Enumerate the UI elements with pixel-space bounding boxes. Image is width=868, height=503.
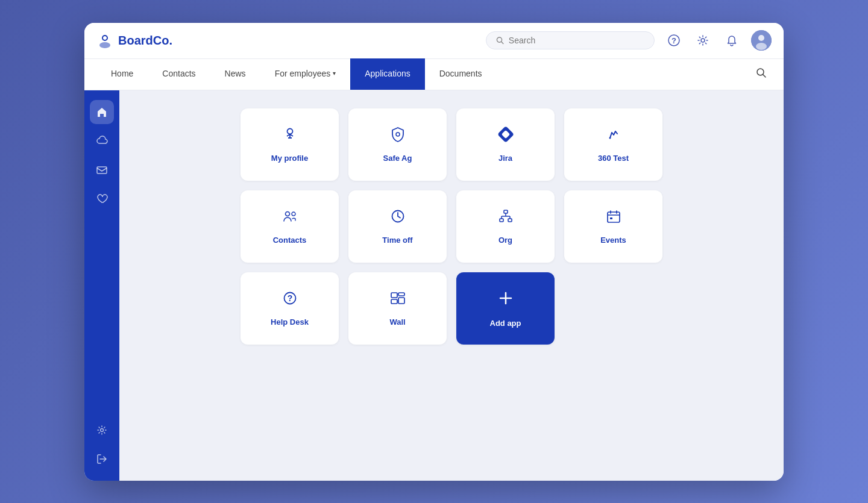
help-desk-app[interactable]: ? Help Desk <box>241 272 339 345</box>
apps-grid: My profile Safe Ag <box>241 108 662 345</box>
svg-point-15 <box>287 129 292 134</box>
svg-rect-43 <box>398 298 404 304</box>
content-area: My profile Safe Ag <box>119 90 784 481</box>
add-app-icon <box>497 289 515 311</box>
sidebar-top <box>90 100 114 413</box>
svg-point-24 <box>285 212 289 216</box>
avatar[interactable] <box>751 30 772 51</box>
svg-point-14 <box>101 428 104 431</box>
jira-icon <box>497 126 514 146</box>
nav-news[interactable]: News <box>210 58 260 90</box>
logo-icon <box>96 32 113 49</box>
contacts-app[interactable]: Contacts <box>241 190 339 263</box>
wall-app[interactable]: Wall <box>348 272 447 345</box>
nav-documents[interactable]: Documents <box>425 58 497 90</box>
header-icons: ? <box>664 30 772 51</box>
svg-text:?: ? <box>671 36 676 45</box>
org-icon <box>497 208 514 228</box>
sidebar-mail-btn[interactable] <box>90 158 114 182</box>
nav-applications[interactable]: Applications <box>350 58 425 90</box>
sidebar-bottom <box>90 418 114 471</box>
my-profile-app[interactable]: My profile <box>241 108 339 181</box>
svg-rect-13 <box>97 167 107 173</box>
events-app[interactable]: Events <box>564 190 662 263</box>
search-icon <box>496 36 504 45</box>
svg-rect-44 <box>391 299 397 304</box>
svg-rect-29 <box>508 219 512 222</box>
logo-text: BoardCo. <box>118 34 172 48</box>
header: BoardCo. ? <box>84 23 784 59</box>
svg-point-2 <box>103 36 107 40</box>
svg-point-23 <box>609 137 611 139</box>
org-label: Org <box>498 236 512 245</box>
logo-area: BoardCo. <box>96 32 476 49</box>
jira-label: Jira <box>498 154 512 163</box>
time-off-icon <box>389 208 406 228</box>
svg-point-10 <box>756 43 767 50</box>
sidebar <box>84 90 119 481</box>
nav-home[interactable]: Home <box>96 58 148 90</box>
sidebar-logout-btn[interactable] <box>90 447 114 471</box>
sidebar-cloud-btn[interactable] <box>90 129 114 153</box>
sidebar-heart-btn[interactable] <box>90 187 114 211</box>
app-window: BoardCo. ? <box>84 23 784 481</box>
svg-rect-38 <box>610 217 612 219</box>
360-test-label: 360 Test <box>598 154 629 163</box>
svg-line-4 <box>502 42 503 43</box>
my-profile-label: My profile <box>271 154 308 163</box>
events-icon <box>605 208 622 228</box>
svg-rect-27 <box>504 210 508 213</box>
jira-app[interactable]: Jira <box>456 108 555 181</box>
contacts-label: Contacts <box>273 236 307 245</box>
contacts-icon <box>281 208 298 228</box>
add-app-card[interactable]: Add app <box>456 272 555 345</box>
help-desk-icon: ? <box>281 290 298 310</box>
svg-rect-28 <box>500 219 503 222</box>
sidebar-home-btn[interactable] <box>90 100 114 124</box>
svg-rect-34 <box>608 212 620 222</box>
wall-label: Wall <box>389 317 405 326</box>
help-icon-btn[interactable]: ? <box>664 31 684 50</box>
nav-bar: Home Contacts News For employees ▾ Appli… <box>84 59 784 90</box>
nav-contacts[interactable]: Contacts <box>148 58 210 90</box>
add-app-label: Add app <box>490 319 521 328</box>
org-app[interactable]: Org <box>456 190 555 263</box>
360-test-icon <box>605 126 622 146</box>
svg-point-1 <box>99 42 110 48</box>
svg-rect-41 <box>391 293 397 298</box>
360-test-app[interactable]: 360 Test <box>564 108 662 181</box>
svg-point-9 <box>758 35 764 41</box>
svg-point-25 <box>292 212 295 216</box>
sidebar-settings-btn[interactable] <box>90 418 114 442</box>
safe-ag-app[interactable]: Safe Ag <box>348 108 447 181</box>
wall-icon <box>389 290 406 310</box>
for-employees-dropdown-arrow: ▾ <box>333 70 336 77</box>
help-desk-label: Help Desk <box>271 317 309 326</box>
search-bar[interactable] <box>486 31 655 49</box>
svg-point-7 <box>701 39 705 42</box>
notifications-icon-btn[interactable] <box>722 31 741 50</box>
nav-search-icon[interactable] <box>751 67 772 81</box>
safe-ag-label: Safe Ag <box>383 154 412 163</box>
search-input[interactable] <box>509 36 644 45</box>
svg-text:?: ? <box>287 293 292 303</box>
my-profile-icon <box>281 126 298 146</box>
svg-point-20 <box>396 133 400 136</box>
safe-ag-icon <box>389 126 406 146</box>
time-off-label: Time off <box>382 236 412 245</box>
nav-for-employees[interactable]: For employees ▾ <box>260 58 351 90</box>
svg-rect-42 <box>398 293 404 296</box>
events-label: Events <box>600 236 626 245</box>
svg-line-12 <box>763 74 766 77</box>
settings-icon-btn[interactable] <box>693 31 712 50</box>
time-off-app[interactable]: Time off <box>348 190 447 263</box>
main-layout: My profile Safe Ag <box>84 90 784 481</box>
